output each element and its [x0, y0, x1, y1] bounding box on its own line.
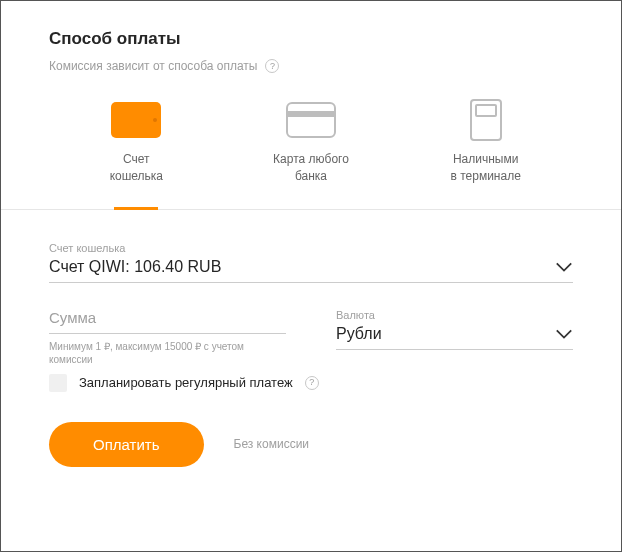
subtitle-row: Комиссия зависит от способа оплаты ? [49, 59, 573, 73]
currency-value: Рубли [336, 325, 382, 343]
wallet-icon [111, 99, 161, 141]
method-cash[interactable]: Наличными в терминале [398, 99, 573, 209]
method-card[interactable]: Карта любого банка [224, 99, 399, 209]
recurring-row: Запланировать регулярный платеж ? [49, 374, 573, 392]
account-field: Счет кошелька Счет QIWI: 106.40 RUB [49, 242, 573, 283]
commission-subtitle: Комиссия зависит от способа оплаты [49, 59, 257, 73]
help-icon[interactable]: ? [265, 59, 279, 73]
help-icon[interactable]: ? [305, 376, 319, 390]
payment-form: Счет кошелька Счет QIWI: 106.40 RUB Сумм… [49, 210, 573, 467]
chevron-down-icon [555, 261, 573, 273]
amount-placeholder: Сумма [49, 309, 96, 326]
actions-row: Оплатить Без комиссии [49, 422, 573, 467]
account-value: Счет QIWI: 106.40 RUB [49, 258, 221, 276]
page-title: Способ оплаты [49, 29, 573, 49]
terminal-icon [470, 99, 502, 141]
account-label: Счет кошелька [49, 242, 573, 254]
svg-rect-5 [476, 105, 496, 116]
method-wallet[interactable]: Счет кошелька [49, 99, 224, 209]
credit-card-icon [286, 99, 336, 141]
svg-rect-2 [287, 103, 335, 137]
commission-note: Без комиссии [234, 437, 310, 451]
recurring-label: Запланировать регулярный платеж [79, 375, 293, 390]
currency-label: Валюта [336, 309, 573, 321]
amount-field: Сумма Минимум 1 ₽, максимум 15000 ₽ с уч… [49, 309, 286, 366]
recurring-checkbox[interactable] [49, 374, 67, 392]
chevron-down-icon [555, 328, 573, 340]
svg-rect-3 [287, 111, 335, 117]
amount-hint: Минимум 1 ₽, максимум 15000 ₽ с учетом к… [49, 340, 286, 366]
account-select[interactable]: Счет QIWI: 106.40 RUB [49, 258, 573, 283]
method-card-label: Карта любого банка [273, 151, 349, 185]
svg-point-1 [153, 118, 157, 122]
amount-input[interactable]: Сумма [49, 309, 286, 334]
currency-field: Валюта Рубли [336, 309, 573, 366]
method-cash-label: Наличными в терминале [451, 151, 521, 185]
method-wallet-label: Счет кошелька [110, 151, 163, 185]
currency-select[interactable]: Рубли [336, 325, 573, 350]
payment-methods: Счет кошелька Карта любого банка [1, 99, 621, 210]
pay-button[interactable]: Оплатить [49, 422, 204, 467]
